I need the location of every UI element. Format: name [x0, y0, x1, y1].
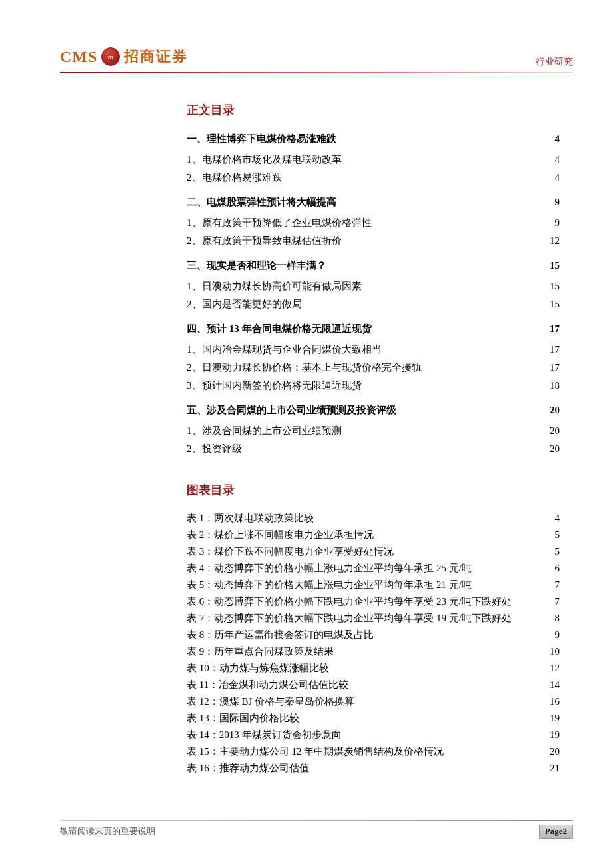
toc-entry-item[interactable]: 1、日澳动力煤长协高价可能有做局因素15 [187, 277, 560, 295]
figure-entry[interactable]: 表 3：煤价下跌不同幅度电力企业享受好处情况5 [187, 543, 560, 560]
toc-entry-label: 1、日澳动力煤长协高价可能有做局因素 [187, 281, 362, 291]
toc-entry-page: 15 [550, 261, 560, 271]
toc-entry-page: 17 [550, 324, 560, 334]
toc-entry-section[interactable]: 一、理性博弈下电煤价格易涨难跌4 [187, 130, 560, 148]
toc-entry-item[interactable]: 3、预计国内新签的价格将无限逼近现货18 [187, 377, 560, 395]
toc-entry-page: 15 [550, 281, 560, 291]
figure-entry[interactable]: 表 10：动力煤与炼焦煤涨幅比较12 [187, 660, 560, 677]
figure-entry[interactable]: 表 8：历年产运需衔接会签订的电煤及占比9 [187, 627, 560, 643]
toc-entry-item[interactable]: 2、国内是否能更好的做局15 [187, 295, 560, 313]
toc-entry-label: 五、涉及合同煤的上市公司业绩预测及投资评级 [187, 405, 396, 415]
figures-title: 图表目录 [187, 482, 560, 498]
toc-entry-label: 2、投资评级 [187, 444, 242, 454]
figure-entry-page: 9 [555, 630, 560, 640]
toc-entry-label: 1、电煤价格市场化及煤电联动改革 [187, 155, 342, 165]
figure-entry-page: 19 [550, 713, 560, 723]
figure-entry[interactable]: 表 16：推荐动力煤公司估值21 [187, 760, 560, 777]
toc-entry-label: 3、预计国内新签的价格将无限逼近现货 [187, 381, 362, 391]
header-rule [60, 72, 573, 73]
figure-entry[interactable]: 表 11：冶金煤和动力煤公司估值比较14 [187, 677, 560, 693]
toc-entry-page: 17 [550, 345, 560, 355]
figure-entry-label: 表 12：澳煤 BJ 价格与秦皇岛价格换算 [187, 697, 354, 707]
page-footer: 敬请阅读末页的重要说明 Page2 [60, 820, 573, 837]
toc-entry-label: 2、国内是否能更好的做局 [187, 299, 302, 309]
figure-entry[interactable]: 表 7：动态博弈下的价格大幅下跌电力企业平均每年享受 19 元/吨下跌好处8 [187, 610, 560, 627]
figure-entry-page: 5 [555, 530, 560, 540]
figure-entry-page: 14 [550, 680, 560, 690]
toc-entry-page: 20 [550, 405, 560, 415]
figure-entry-label: 表 4：动态博弈下的价格小幅上涨电力企业平均每年承担 25 元/吨 [187, 563, 472, 573]
figure-entry[interactable]: 表 5：动态博弈下的价格大幅上涨电力企业平均每年承担 21 元/吨7 [187, 577, 560, 593]
figure-entry[interactable]: 表 14：2013 年煤炭订货会初步意向19 [187, 727, 560, 743]
figure-entry-label: 表 7：动态博弈下的价格大幅下跌电力企业平均每年享受 19 元/吨下跌好处 [187, 613, 512, 623]
figure-entry-page: 7 [555, 597, 560, 607]
toc-entry-item[interactable]: 2、投资评级20 [187, 440, 560, 458]
toc-entry-page: 4 [555, 134, 560, 144]
figure-entry-label: 表 5：动态博弈下的价格大幅上涨电力企业平均每年承担 21 元/吨 [187, 580, 472, 590]
toc-entry-section[interactable]: 三、现实是否和理论一样丰满？15 [187, 257, 560, 275]
toc-entry-label: 2、原有政策干预导致电煤估值折价 [187, 236, 342, 246]
figure-entry[interactable]: 表 1：两次煤电联动政策比较4 [187, 510, 560, 527]
toc-entry-page: 18 [550, 381, 560, 391]
toc-entry-item[interactable]: 2、日澳动力煤长协价格：基本上与现货价格完全接轨17 [187, 359, 560, 377]
toc-entry-page: 17 [550, 363, 560, 373]
figure-entry-label: 表 14：2013 年煤炭订货会初步意向 [187, 730, 342, 740]
toc-entry-item[interactable]: 1、电煤价格市场化及煤电联动改革4 [187, 151, 560, 169]
toc-entry-item[interactable]: 2、原有政策干预导致电煤估值折价12 [187, 232, 560, 250]
toc-entry-label: 2、电煤价格易涨难跌 [187, 173, 282, 183]
toc-entry-item[interactable]: 2、电煤价格易涨难跌4 [187, 169, 560, 187]
figure-entry-label: 表 1：两次煤电联动政策比较 [187, 513, 314, 523]
toc-title: 正文目录 [187, 102, 560, 118]
figure-entry[interactable]: 表 15：主要动力煤公司 12 年中期煤炭销售结构及价格情况20 [187, 743, 560, 760]
footer-note: 敬请阅读末页的重要说明 [60, 826, 155, 836]
logo-cn: 招商证券 [124, 47, 188, 67]
figure-entry-label: 表 15：主要动力煤公司 12 年中期煤炭销售结构及价格情况 [187, 747, 444, 757]
toc-entry-page: 9 [555, 218, 560, 228]
toc-entry-page: 12 [550, 236, 560, 246]
header-rule-thin [60, 75, 573, 75]
figure-entry-label: 表 13：国际国内价格比较 [187, 713, 299, 723]
figure-entry-page: 16 [550, 697, 560, 707]
logo-badge-icon: m [101, 47, 120, 66]
figure-entry-label: 表 16：推荐动力煤公司估值 [187, 763, 309, 773]
toc-entry-section[interactable]: 二、电煤股票弹性预计将大幅提高9 [187, 193, 560, 211]
toc-entry-label: 1、涉及合同煤的上市公司业绩预测 [187, 426, 342, 436]
toc-entry-label: 二、电煤股票弹性预计将大幅提高 [187, 197, 336, 207]
toc-entry-section[interactable]: 五、涉及合同煤的上市公司业绩预测及投资评级20 [187, 401, 560, 419]
figure-entry-page: 4 [555, 513, 560, 523]
figure-entry[interactable]: 表 2：煤价上涨不同幅度电力企业承担情况5 [187, 527, 560, 543]
figure-entry[interactable]: 表 13：国际国内价格比较19 [187, 710, 560, 727]
figure-entry[interactable]: 表 12：澳煤 BJ 价格与秦皇岛价格换算16 [187, 693, 560, 710]
toc-entry-label: 三、现实是否和理论一样丰满？ [187, 261, 326, 271]
content: 正文目录 一、理性博弈下电煤价格易涨难跌41、电煤价格市场化及煤电联动改革42、… [187, 102, 560, 777]
toc-entry-label: 1、原有政策干预降低了企业电煤价格弹性 [187, 218, 372, 228]
toc-entry-page: 20 [550, 426, 560, 436]
toc-entry-page: 4 [555, 173, 560, 183]
toc-entry-item[interactable]: 1、国内冶金煤现货与企业合同煤价大致相当17 [187, 341, 560, 359]
figure-entry-label: 表 9：历年重点合同煤政策及结果 [187, 647, 334, 657]
toc-list: 一、理性博弈下电煤价格易涨难跌41、电煤价格市场化及煤电联动改革42、电煤价格易… [187, 130, 560, 458]
figure-entry[interactable]: 表 4：动态博弈下的价格小幅上涨电力企业平均每年承担 25 元/吨6 [187, 560, 560, 577]
figure-entry-page: 12 [550, 663, 560, 673]
figure-entry[interactable]: 表 6：动态博弈下的价格小幅下跌电力企业平均每年享受 23 元/吨下跌好处7 [187, 593, 560, 610]
toc-entry-item[interactable]: 1、原有政策干预降低了企业电煤价格弹性9 [187, 214, 560, 232]
figure-entry-page: 10 [550, 647, 560, 657]
toc-entry-section[interactable]: 四、预计 13 年合同电煤价格无限逼近现货17 [187, 320, 560, 338]
figure-entry-page: 21 [550, 763, 560, 773]
toc-entry-item[interactable]: 1、涉及合同煤的上市公司业绩预测20 [187, 422, 560, 440]
figure-entry-label: 表 3：煤价下跌不同幅度电力企业享受好处情况 [187, 547, 394, 557]
figure-entry-label: 表 10：动力煤与炼焦煤涨幅比较 [187, 663, 329, 673]
figure-entry[interactable]: 表 9：历年重点合同煤政策及结果10 [187, 643, 560, 660]
figure-entry-label: 表 8：历年产运需衔接会签订的电煤及占比 [187, 630, 374, 640]
toc-entry-label: 1、国内冶金煤现货与企业合同煤价大致相当 [187, 345, 382, 355]
toc-entry-label: 2、日澳动力煤长协价格：基本上与现货价格完全接轨 [187, 363, 422, 373]
figure-entry-page: 19 [550, 730, 560, 740]
figure-entry-page: 20 [550, 747, 560, 757]
figure-entry-page: 6 [555, 563, 560, 573]
toc-entry-label: 一、理性博弈下电煤价格易涨难跌 [187, 134, 336, 144]
toc-entry-page: 15 [550, 299, 560, 309]
figure-list: 表 1：两次煤电联动政策比较4表 2：煤价上涨不同幅度电力企业承担情况5表 3：… [187, 510, 560, 777]
figure-entry-label: 表 2：煤价上涨不同幅度电力企业承担情况 [187, 530, 374, 540]
toc-entry-label: 四、预计 13 年合同电煤价格无限逼近现货 [187, 324, 372, 334]
logo-latin: CMS [60, 48, 97, 66]
